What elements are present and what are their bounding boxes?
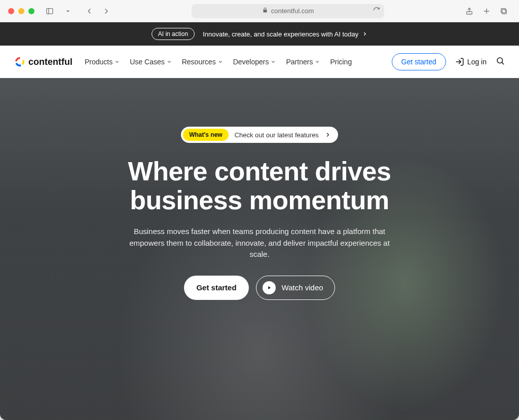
hero-watch-video-label: Watch video [282, 283, 323, 292]
nav-item-label: Developers [233, 58, 269, 66]
svg-rect-6 [501, 8, 506, 13]
traffic-lights [8, 8, 34, 14]
sidebar-toggle-button[interactable] [43, 4, 57, 18]
hero-get-started-button[interactable]: Get started [184, 276, 248, 300]
nav-item-developers[interactable]: Developers [233, 58, 276, 66]
nav-item-partners[interactable]: Partners [286, 58, 320, 66]
tab-dropdown-button[interactable] [61, 4, 75, 18]
titlebar: contentful.com [0, 0, 519, 22]
address-bar-host: contentful.com [271, 7, 314, 15]
chevron-down-icon [167, 59, 172, 64]
browser-window: contentful.com AI in action Innovate, cr… [0, 0, 519, 420]
whatsnew-badge: What's new [183, 129, 229, 141]
address-bar[interactable]: contentful.com [192, 4, 384, 18]
login-link[interactable]: Log in [455, 57, 487, 66]
chevron-right-icon [325, 132, 331, 138]
hero-content: What's new Check out our latest features… [128, 127, 391, 300]
brand-name: contentful [28, 57, 72, 67]
window-maximize-button[interactable] [28, 8, 34, 14]
nav-item-label: Products [85, 58, 113, 66]
hero-headline: Where content drives business momentum [128, 157, 391, 215]
play-icon [263, 281, 276, 294]
brand-logo[interactable]: contentful [14, 56, 72, 67]
window-close-button[interactable] [8, 8, 14, 14]
primary-nav: Products Use Cases Resources Developers … [85, 58, 352, 66]
search-icon [496, 56, 505, 65]
announcement-text-label: Innovate, create, and scale experiences … [203, 30, 358, 38]
header-actions: Get started Log in [392, 53, 505, 70]
chevron-down-icon [115, 59, 120, 64]
new-tab-button[interactable] [479, 4, 494, 18]
svg-line-12 [502, 62, 503, 64]
nav-item-label: Pricing [330, 58, 352, 66]
tabs-overview-button[interactable] [497, 4, 511, 18]
chevron-right-icon [362, 31, 367, 36]
reload-button[interactable] [373, 7, 380, 15]
announcement-text: Innovate, create, and scale experiences … [203, 30, 367, 38]
window-minimize-button[interactable] [18, 8, 24, 14]
forward-button[interactable] [99, 4, 114, 18]
announcement-bar[interactable]: AI in action Innovate, create, and scale… [0, 22, 519, 46]
hero-subcopy: Business moves faster when teams produci… [128, 226, 391, 260]
hero-watch-video-button[interactable]: Watch video [256, 276, 335, 300]
nav-item-products[interactable]: Products [85, 58, 120, 66]
nav-item-label: Partners [286, 58, 313, 66]
svg-rect-0 [47, 8, 53, 14]
chevron-down-icon [218, 59, 223, 64]
chevron-down-icon [315, 59, 320, 64]
hero-section: What's new Check out our latest features… [0, 78, 519, 420]
whatsnew-text: Check out our latest features [235, 131, 319, 139]
login-icon [455, 57, 464, 66]
nav-item-use-cases[interactable]: Use Cases [130, 58, 171, 66]
whatsnew-pill[interactable]: What's new Check out our latest features [181, 127, 338, 143]
hero-headline-line2: business momentum [128, 186, 391, 215]
chevron-down-icon [271, 59, 276, 64]
site-header: contentful Products Use Cases Resources … [0, 46, 519, 78]
hero-ctas: Get started Watch video [184, 276, 335, 300]
nav-item-pricing[interactable]: Pricing [330, 58, 352, 66]
hero-headline-line1: Where content drives [128, 157, 391, 186]
svg-point-11 [497, 58, 503, 63]
login-label: Log in [467, 58, 487, 66]
announcement-badge: AI in action [152, 28, 195, 40]
share-button[interactable] [462, 4, 476, 18]
nav-item-resources[interactable]: Resources [182, 58, 223, 66]
search-button[interactable] [496, 56, 505, 67]
brand-logo-icon [14, 56, 25, 67]
nav-item-label: Use Cases [130, 58, 164, 66]
svg-rect-5 [502, 9, 507, 14]
get-started-button[interactable]: Get started [392, 53, 446, 70]
lock-icon [262, 7, 268, 15]
back-button[interactable] [82, 4, 96, 18]
nav-item-label: Resources [182, 58, 216, 66]
